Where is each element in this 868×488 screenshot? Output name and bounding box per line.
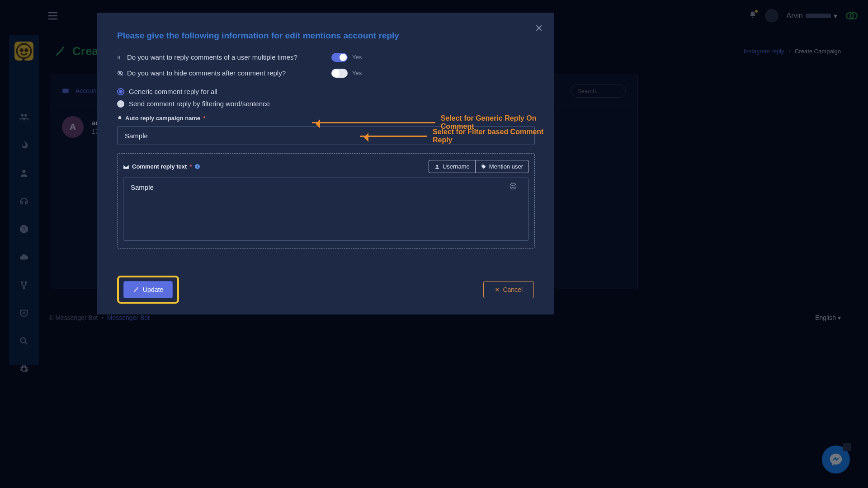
nav-fire-icon[interactable] <box>19 140 29 150</box>
eye-slash-icon <box>117 70 123 76</box>
toggle-yes-label: Yes <box>352 54 362 61</box>
search-input[interactable] <box>571 84 626 98</box>
user-avatar-top[interactable] <box>765 9 778 23</box>
svg-point-22 <box>514 185 515 186</box>
nav-network-icon[interactable] <box>19 280 29 290</box>
question-multiple-reply: Do you want to reply comments of a user … <box>127 53 297 61</box>
close-x-icon: ✕ <box>495 286 500 293</box>
insert-username-label: Username <box>443 163 470 170</box>
breadcrumb-current: Create Campaign <box>795 48 841 55</box>
breadcrumb-link[interactable]: Instagram reply <box>744 48 784 55</box>
info-icon[interactable]: i <box>194 164 200 169</box>
breadcrumb: Instagram reply / Create Campaign <box>744 48 841 55</box>
radio-filter-label: Send comment reply by filtering word/sen… <box>129 100 270 108</box>
update-label: Update <box>143 286 163 293</box>
cancel-label: Cancel <box>503 286 523 293</box>
toggle-yes-label-2: Yes <box>352 70 362 76</box>
nav-cloud-icon[interactable] <box>19 252 29 262</box>
language-dropdown[interactable]: English ▾ <box>815 314 841 321</box>
sidebar: ? <box>9 35 39 365</box>
svg-point-3 <box>21 114 24 117</box>
edit-reply-modal: ✕ Please give the following information … <box>97 13 554 314</box>
question-hide-comments: Do you want to hide comments after comme… <box>127 69 286 77</box>
brand-toggle-icon <box>845 12 858 20</box>
nav-gear-icon[interactable] <box>19 364 29 374</box>
annotation-filter-text: Select for Filter based Comment Reply <box>433 128 554 144</box>
svg-rect-14 <box>62 89 68 93</box>
svg-point-1 <box>20 49 23 52</box>
cancel-button[interactable]: ✕ Cancel <box>483 281 534 298</box>
svg-rect-10 <box>23 287 25 289</box>
nav-pocket-icon[interactable] <box>19 308 29 318</box>
required-asterisk: * <box>189 163 192 170</box>
required-asterisk: * <box>203 115 205 122</box>
reply-text-textarea[interactable] <box>123 178 529 241</box>
edit-icon <box>133 286 139 293</box>
insert-username-button[interactable]: Username <box>429 160 475 173</box>
svg-point-11 <box>21 338 26 343</box>
svg-point-0 <box>17 44 31 58</box>
svg-text:?: ? <box>23 226 26 233</box>
sort-icon <box>117 54 123 61</box>
insert-mention-button[interactable]: Mention user <box>475 160 529 173</box>
caret-down-icon: ▾ <box>834 12 837 20</box>
svg-point-21 <box>512 185 513 186</box>
breadcrumb-separator: / <box>788 48 790 55</box>
bot-icon <box>14 42 33 61</box>
account-avatar: A <box>62 116 84 138</box>
nav-user-icon[interactable] <box>19 168 29 178</box>
footer-dot: • <box>101 314 104 321</box>
messenger-icon <box>829 452 843 467</box>
svg-point-2 <box>25 49 28 52</box>
annotation-filter: Select for Filter based Comment Reply <box>360 128 554 144</box>
user-menu[interactable]: Arvin ▾ <box>787 12 837 20</box>
footer: © Messenger Bot • Messenger Bot English … <box>49 314 841 321</box>
update-highlight: Update <box>117 276 179 304</box>
tag-icon <box>481 164 486 169</box>
svg-point-18 <box>436 165 438 167</box>
arrow-icon <box>312 122 435 123</box>
logo-badge[interactable] <box>14 42 33 61</box>
nav-users-icon[interactable] <box>19 112 29 122</box>
user-icon <box>434 164 440 169</box>
chat-fab[interactable] <box>822 446 850 474</box>
notification-dot <box>755 10 758 13</box>
emoji-icon[interactable] <box>509 182 517 190</box>
language-label: English <box>815 314 836 321</box>
svg-point-19 <box>482 165 483 166</box>
radio-filter-reply[interactable] <box>117 100 124 108</box>
envelope-icon <box>123 164 129 169</box>
accounts-tab-icon <box>62 88 69 94</box>
bell-icon <box>117 116 123 121</box>
chat-badge <box>843 443 851 451</box>
svg-rect-8 <box>21 282 24 284</box>
insert-mention-label: Mention user <box>489 163 523 170</box>
user-name: Arvin <box>787 12 803 20</box>
radio-generic-reply[interactable] <box>117 88 124 95</box>
svg-point-20 <box>510 183 516 189</box>
campaign-name-label: Auto reply campaign name <box>125 115 200 122</box>
arrow-icon <box>360 136 427 137</box>
user-surname-redacted <box>806 14 831 18</box>
nav-headset-icon[interactable] <box>19 196 29 206</box>
radio-generic-label: Generic comment reply for all <box>129 88 217 95</box>
close-icon[interactable]: ✕ <box>535 23 543 34</box>
toggle-hide-comments[interactable] <box>331 69 348 78</box>
modal-title: Please give the following information fo… <box>117 31 534 41</box>
svg-point-4 <box>24 114 27 117</box>
reply-text-label: Comment reply text <box>132 163 187 170</box>
svg-text:i: i <box>197 165 198 168</box>
footer-link[interactable]: Messenger Bot <box>107 314 150 321</box>
update-button[interactable]: Update <box>123 281 173 298</box>
nav-search-icon[interactable] <box>19 336 29 346</box>
hamburger-icon[interactable] <box>47 11 58 20</box>
toggle-multiple-reply[interactable] <box>331 53 348 62</box>
svg-point-5 <box>22 170 25 173</box>
bell-icon[interactable] <box>749 11 757 21</box>
svg-rect-9 <box>25 282 27 284</box>
pencil-icon <box>54 45 67 57</box>
nav-question-icon[interactable]: ? <box>19 224 29 234</box>
footer-copyright: © Messenger Bot <box>49 314 98 321</box>
